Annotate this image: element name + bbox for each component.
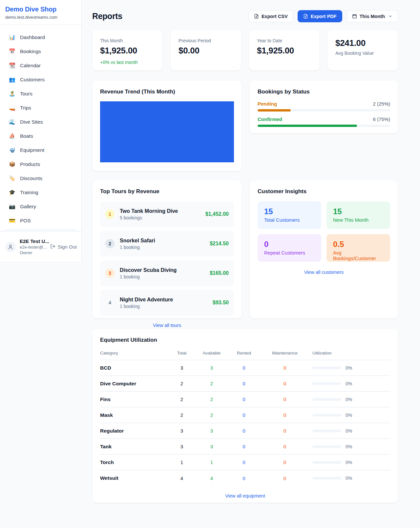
column-header-rented: Rented bbox=[227, 351, 261, 355]
insight-tile-avg-bookings/customer: 0.5 Avg Bookings/Customer bbox=[326, 234, 390, 262]
stat-label: Previous Period bbox=[178, 38, 233, 43]
tour-list-item[interactable]: 2 Snorkel Safari 1 booking $214.50 bbox=[100, 231, 234, 256]
stat-card-year-to-date: Year to Date $1,925.00 bbox=[249, 30, 320, 71]
export-csv-button[interactable]: Export CSV bbox=[248, 10, 293, 22]
sidebar-item-label: Dashboard bbox=[20, 34, 45, 40]
insight-value: 15 bbox=[333, 207, 384, 216]
equipment-row-dive-computer: Dive Computer 2 2 0 0 0% bbox=[100, 376, 390, 392]
file-download-icon bbox=[303, 14, 308, 19]
sidebar-item-products[interactable]: 📦 Products bbox=[0, 157, 81, 171]
equipment-table-body: BCD 3 3 0 0 0% Dive Computer 2 2 0 0 bbox=[100, 360, 390, 486]
calendar-icon: 📆 bbox=[9, 62, 16, 69]
tour-bookings: 1 booking bbox=[120, 245, 155, 250]
status-row-pending: Pending 2 (25%) bbox=[258, 101, 390, 112]
page-title: Reports bbox=[92, 11, 122, 21]
sidebar-item-pos[interactable]: 💳 POS bbox=[0, 213, 81, 228]
period-label: This Month bbox=[360, 14, 385, 19]
logout-icon bbox=[50, 244, 55, 250]
equipment-rented: 0 bbox=[227, 476, 261, 481]
stat-label: Year to Date bbox=[257, 38, 312, 43]
status-list: Pending 2 (25%) Confirmed 6 (75%) bbox=[258, 101, 390, 127]
sign-out-button[interactable]: Sign Out bbox=[50, 244, 77, 250]
export-pdf-label: Export PDF bbox=[311, 14, 337, 19]
status-progress-track bbox=[258, 125, 390, 127]
tours-list: 1 Two Tank Morning Dive 5 bookings $1,45… bbox=[100, 201, 234, 315]
insight-tile-repeat-customers: 0 Repeat Customers bbox=[258, 234, 321, 262]
insight-label: Repeat Customers bbox=[264, 250, 315, 255]
sidebar-item-dashboard[interactable]: 📊 Dashboard bbox=[0, 30, 81, 44]
equipment-utilization: 0% bbox=[308, 460, 390, 465]
revenue-trend-title: Revenue Trend (This Month) bbox=[100, 89, 234, 95]
brand-name[interactable]: Demo Dive Shop bbox=[5, 6, 76, 13]
equipment-available: 3 bbox=[197, 365, 227, 371]
status-row-confirmed: Confirmed 6 (75%) bbox=[258, 116, 390, 127]
equipment-rented: 0 bbox=[227, 381, 261, 386]
sidebar-item-dive-sites[interactable]: 🌊 Dive Sites bbox=[0, 115, 81, 129]
stats-row: This Month $1,925.00 +0% vs last month P… bbox=[92, 30, 398, 71]
column-header-category: Category bbox=[100, 351, 167, 355]
equipment-available: 2 bbox=[197, 396, 227, 402]
equipment-maintenance: 0 bbox=[261, 396, 308, 402]
equipment-category: BCD bbox=[100, 365, 167, 371]
status-label: Pending bbox=[258, 101, 277, 107]
tour-info: Two Tank Morning Dive 5 bookings bbox=[120, 208, 178, 220]
sidebar-item-boats[interactable]: ⛵ Boats bbox=[0, 129, 81, 143]
equipment-rented: 0 bbox=[227, 459, 261, 465]
sidebar-item-training[interactable]: 🎓 Training bbox=[0, 185, 81, 199]
stat-card-avg-booking-value: $241.00 Avg Booking Value bbox=[327, 30, 398, 71]
sidebar-item-calendar[interactable]: 📆 Calendar bbox=[0, 58, 81, 72]
user-avatar-icon bbox=[5, 242, 16, 252]
utilization-track bbox=[312, 367, 341, 369]
equipment-row-bcd: BCD 3 3 0 0 0% bbox=[100, 360, 390, 376]
view-all-tours-link[interactable]: View all tours bbox=[100, 323, 234, 328]
column-header-utilization: Utilization bbox=[308, 351, 390, 355]
equipment-utilization: 0% bbox=[308, 381, 390, 386]
tour-list-item[interactable]: 1 Two Tank Morning Dive 5 bookings $1,45… bbox=[100, 201, 234, 227]
status-count: 2 (25%) bbox=[373, 101, 390, 107]
equipment-total: 3 bbox=[167, 428, 197, 434]
sidebar-item-reports-active[interactable] bbox=[4, 229, 77, 231]
lists-row: Top Tours by Revenue 1 Two Tank Morning … bbox=[92, 180, 398, 318]
training-icon: 🎓 bbox=[9, 189, 16, 195]
view-all-equipment-link[interactable]: View all equipment bbox=[100, 493, 390, 498]
sidebar-item-equipment[interactable]: 🤿 Equipment bbox=[0, 143, 81, 157]
equipment-row-fins: Fins 2 2 0 0 0% bbox=[100, 392, 390, 407]
bookings-icon: 📅 bbox=[9, 48, 16, 54]
insight-tile-total-customers: 15 Total Customers bbox=[258, 201, 321, 229]
insight-label: New This Month bbox=[333, 217, 384, 223]
tour-list-item[interactable]: 3 Discover Scuba Diving 1 booking $165.0… bbox=[100, 260, 234, 286]
brand-header: Demo Dive Shop demo.test.divestreams.com bbox=[0, 0, 81, 25]
utilization-percent: 0% bbox=[346, 444, 352, 449]
period-select[interactable]: This Month bbox=[346, 10, 398, 22]
sidebar-item-customers[interactable]: 👥 Customers bbox=[0, 72, 81, 87]
view-all-customers-link[interactable]: View all customers bbox=[258, 270, 390, 275]
sidebar-item-label: Customers bbox=[20, 77, 45, 83]
equipment-maintenance: 0 bbox=[261, 444, 308, 449]
tour-list-item[interactable]: 4 Night Dive Adventure 1 booking $93.50 bbox=[100, 290, 234, 315]
export-pdf-button[interactable]: Export PDF bbox=[298, 10, 342, 22]
sidebar-item-tours[interactable]: 🏝️ Tours bbox=[0, 87, 81, 101]
equipment-total: 1 bbox=[167, 459, 197, 465]
user-role: Owner bbox=[20, 250, 49, 255]
revenue-trend-card: Revenue Trend (This Month) bbox=[92, 81, 242, 171]
equipment-rented: 0 bbox=[227, 396, 261, 402]
equipment-total: 2 bbox=[167, 396, 197, 402]
sidebar-item-discounts[interactable]: 🏷️ Discounts bbox=[0, 171, 81, 185]
equipment-rented: 0 bbox=[227, 428, 261, 434]
column-header-available: Available bbox=[197, 351, 227, 355]
equipment-utilization-card: Equipment Utilization CategoryTotalAvail… bbox=[92, 329, 398, 503]
tour-bookings: 1 booking bbox=[120, 274, 177, 279]
status-label: Confirmed bbox=[258, 116, 282, 122]
equipment-utilization: 0% bbox=[308, 365, 390, 371]
sidebar-item-gallery[interactable]: 📷 Gallery bbox=[0, 199, 81, 213]
revenue-trend-chart bbox=[100, 101, 234, 162]
equipment-row-mask: Mask 2 2 0 0 0% bbox=[100, 407, 390, 423]
sidebar-item-trips[interactable]: 🚤 Trips bbox=[0, 101, 81, 115]
sidebar-nav: 📊 Dashboard 📅 Bookings 📆 Calendar 👥 Cust… bbox=[0, 25, 81, 231]
equipment-maintenance: 0 bbox=[261, 365, 308, 371]
dashboard-icon: 📊 bbox=[9, 34, 16, 40]
sidebar-item-bookings[interactable]: 📅 Bookings bbox=[0, 44, 81, 58]
calendar-icon bbox=[352, 14, 357, 19]
sidebar-item-label: Products bbox=[20, 161, 40, 167]
top-tours-title: Top Tours by Revenue bbox=[100, 188, 234, 195]
